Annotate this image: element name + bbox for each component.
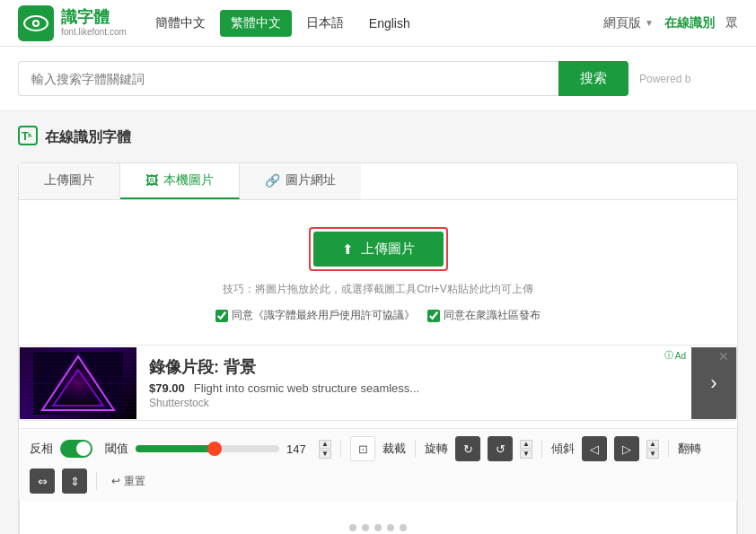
tab-upload-label: 上傳圖片 — [44, 172, 94, 188]
ad-badge: ⓘ Ad — [664, 349, 686, 362]
crop-button[interactable]: ⊡ — [350, 436, 375, 461]
threshold-bar-fill — [136, 445, 215, 452]
nav-traditional-chinese[interactable]: 繁體中文 — [220, 10, 292, 37]
upload-icon: ⬆ — [342, 241, 354, 258]
logo-sub-text: font.likefont.com — [61, 27, 127, 37]
nav-english[interactable]: English — [358, 11, 421, 36]
crop-label: 裁截 — [382, 441, 406, 457]
svg-point-2 — [34, 22, 38, 25]
nav-links: 簡體中文 繁體中文 日本語 English — [145, 10, 603, 37]
rotate-up-button[interactable]: ▲ — [520, 440, 532, 449]
section-title-icon: T ᴿ — [18, 126, 38, 150]
reset-label: 重置 — [124, 474, 145, 489]
flip-label: 翻轉 — [678, 441, 701, 457]
upload-area: ⬆ 上傳圖片 技巧：將圖片拖放於此，或選擇截圖工具Ctrl+V粘貼於此均可上傳 … — [19, 200, 737, 337]
skew-stepper[interactable]: ▲ ▼ — [646, 440, 659, 459]
header: 識字體 font.likefont.com 簡體中文 繁體中文 日本語 Engl… — [0, 0, 756, 47]
rotate-cw-button[interactable]: ↻ — [455, 436, 480, 461]
checkbox-license-label: 同意《識字體最終用戶使用許可協議》 — [232, 308, 415, 323]
ad-price: $79.00 — [149, 381, 185, 395]
rotate-down-button[interactable]: ▼ — [520, 450, 532, 459]
flip-h-button[interactable]: ⇔ — [30, 468, 55, 494]
dots-row — [349, 524, 407, 531]
bottom-panel — [19, 501, 737, 534]
skew-left-button[interactable]: ◁ — [582, 436, 607, 461]
nav-simplified-chinese[interactable]: 簡體中文 — [145, 10, 216, 37]
ad-content: 錄像片段: 背景 $79.00 Flight into cosmic web s… — [136, 346, 691, 420]
threshold-up-button[interactable]: ▲ — [319, 440, 331, 449]
threshold-stepper[interactable]: ▲ ▼ — [319, 440, 331, 459]
rotate-cw-icon: ↻ — [463, 442, 473, 456]
main-content: T ᴿ 在線識別字體 上傳圖片 🖼 本機圖片 🔗 圖片網址 ⬆ — [0, 111, 756, 534]
reverse-toggle[interactable] — [60, 440, 92, 458]
upload-hint-text: 技巧：將圖片拖放於此，或選擇截圖工具Ctrl+V粘貼於此均可上傳 — [223, 282, 533, 297]
community-label: 眾 — [725, 15, 738, 31]
checkbox-community[interactable]: 同意在衆識社區發布 — [427, 308, 541, 323]
rotate-label: 旋轉 — [425, 441, 448, 457]
dot-1 — [349, 524, 356, 531]
ad-next-button[interactable]: › — [691, 347, 736, 419]
toolbar-divider-4 — [668, 440, 669, 458]
ad-badge-icon: ⓘ — [664, 349, 673, 362]
header-right: 網頁版 ▼ 在線識別 眾 — [603, 15, 738, 31]
skew-right-icon: ▷ — [622, 442, 631, 456]
ad-source: Shutterstock — [149, 397, 679, 409]
skew-right-button[interactable]: ▷ — [614, 436, 639, 461]
ad-close-button[interactable]: ✕ — [718, 349, 729, 363]
skew-left-icon: ◁ — [590, 442, 599, 456]
threshold-handle[interactable] — [207, 442, 222, 456]
checkbox-row: 同意《識字體最終用戶使用許可協議》 同意在衆識社區發布 — [215, 308, 541, 323]
tab-url-label: 圖片網址 — [286, 172, 336, 188]
reverse-label: 反相 — [30, 441, 53, 457]
tab-local-image[interactable]: 🖼 本機圖片 — [120, 163, 240, 199]
threshold-label: 閾值 — [105, 441, 128, 457]
tab-image-url[interactable]: 🔗 圖片網址 — [240, 163, 361, 199]
tab-url-icon: 🔗 — [265, 173, 280, 188]
tab-container: 上傳圖片 🖼 本機圖片 🔗 圖片網址 ⬆ 上傳圖片 技巧：將圖片拖放於此，或選擇… — [18, 162, 738, 534]
tab-upload-image[interactable]: 上傳圖片 — [19, 163, 120, 199]
checkbox-license[interactable]: 同意《識字體最終用戶使用許可協議》 — [215, 308, 415, 323]
skew-down-button[interactable]: ▼ — [646, 450, 659, 459]
toolbar-divider-5 — [96, 472, 97, 490]
flip-v-button[interactable]: ⇕ — [62, 468, 87, 494]
web-version-item[interactable]: 網頁版 ▼ — [603, 15, 654, 31]
web-version-label: 網頁版 — [603, 15, 641, 31]
rotate-ccw-icon: ↺ — [496, 442, 505, 456]
nav-japanese[interactable]: 日本語 — [295, 10, 355, 37]
svg-text:ᴿ: ᴿ — [28, 133, 32, 142]
online-id-button[interactable]: 在線識別 — [664, 15, 715, 31]
skew-up-button[interactable]: ▲ — [646, 440, 659, 449]
checkbox-community-label: 同意在衆識社區發布 — [444, 308, 541, 323]
logo-text: 識字體 font.likefont.com — [61, 9, 127, 37]
flip-v-icon: ⇕ — [70, 475, 80, 488]
dot-4 — [387, 524, 394, 531]
upload-button[interactable]: ⬆ 上傳圖片 — [313, 232, 444, 267]
toolbar-divider-2 — [415, 440, 416, 458]
toolbar-divider-3 — [541, 440, 542, 458]
reset-button[interactable]: ↩ 重置 — [106, 470, 151, 493]
community-item[interactable]: 眾 — [725, 15, 738, 31]
rotate-ccw-button[interactable]: ↺ — [488, 436, 513, 461]
checkbox-license-input[interactable] — [215, 310, 228, 322]
threshold-slider[interactable] — [136, 445, 279, 452]
logo-area: 識字體 font.likefont.com — [18, 5, 127, 41]
search-input-wrap: 搜索 — [18, 61, 629, 96]
search-section: 搜索 Powered b — [0, 47, 756, 111]
skew-label: 傾斜 — [551, 441, 575, 457]
checkbox-community-input[interactable] — [427, 310, 440, 322]
ad-banner: 錄像片段: 背景 $79.00 Flight into cosmic web s… — [19, 345, 737, 421]
search-button[interactable]: 搜索 — [558, 61, 629, 96]
threshold-down-button[interactable]: ▼ — [319, 450, 331, 459]
powered-by-text: Powered b — [639, 73, 690, 85]
section-title-text: 在線識別字體 — [45, 128, 131, 147]
tab-header: 上傳圖片 🖼 本機圖片 🔗 圖片網址 — [19, 163, 737, 200]
dot-5 — [400, 524, 407, 531]
tab-local-label: 本機圖片 — [163, 172, 214, 188]
toolbar: 反相 閾值 147 ▲ ▼ ⊡ 裁截 旋轉 ↻ — [19, 428, 737, 501]
rotate-stepper[interactable]: ▲ ▼ — [520, 440, 532, 459]
ad-price-row: $79.00 Flight into cosmic web structure … — [149, 381, 679, 395]
dropdown-arrow-icon: ▼ — [645, 18, 654, 28]
search-input[interactable] — [18, 61, 558, 96]
toolbar-divider-1 — [340, 440, 341, 458]
dot-3 — [374, 524, 382, 531]
